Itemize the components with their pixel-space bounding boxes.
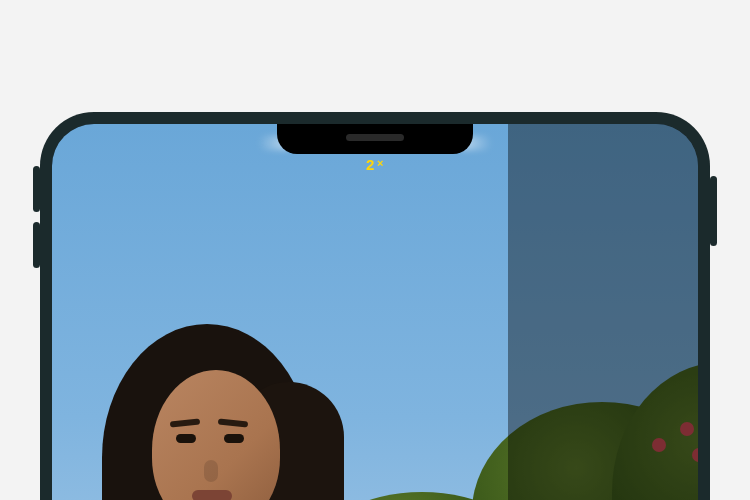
phone-body: 2 ×	[40, 112, 710, 500]
display-notch	[277, 124, 473, 154]
volume-down-button[interactable]	[33, 222, 40, 268]
camera-viewfinder[interactable]	[52, 124, 698, 500]
camera-controls-panel	[508, 124, 698, 500]
speaker-grille	[346, 134, 404, 141]
scene-subject	[74, 312, 334, 500]
product-shot: 2 ×	[0, 0, 750, 500]
volume-up-button[interactable]	[33, 166, 40, 212]
phone-screen: 2 ×	[52, 124, 698, 500]
power-button[interactable]	[710, 176, 717, 246]
